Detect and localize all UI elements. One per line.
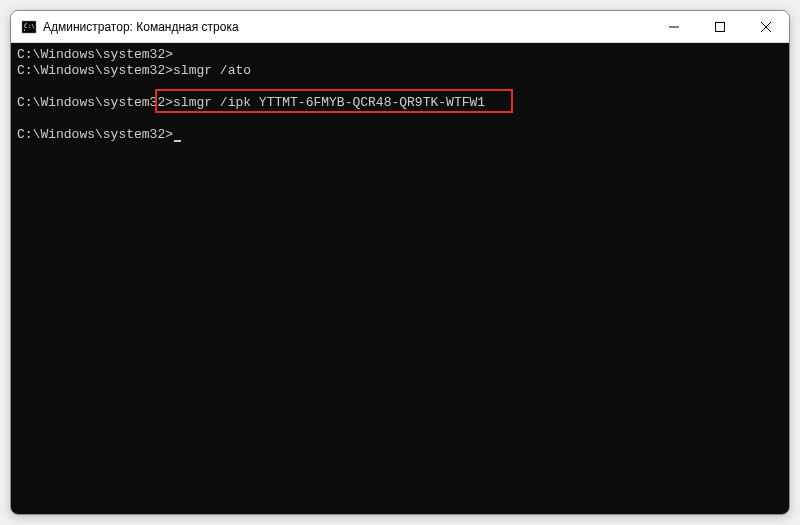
svg-rect-3	[716, 22, 725, 31]
prompt-text: C:\Windows\system32>	[17, 95, 173, 110]
terminal-line: C:\Windows\system32>	[17, 127, 783, 143]
window-controls	[651, 11, 789, 42]
minimize-button[interactable]	[651, 11, 697, 42]
command-prompt-window: C:\ Администратор: Командная строка C:\W…	[10, 10, 790, 515]
terminal-area[interactable]: C:\Windows\system32>C:\Windows\system32>…	[11, 43, 789, 514]
prompt-text: C:\Windows\system32>	[17, 63, 173, 78]
close-button[interactable]	[743, 11, 789, 42]
titlebar[interactable]: C:\ Администратор: Командная строка	[11, 11, 789, 43]
command-text: slmgr /ipk YTTMT-6FMYB-QCR48-QR9TK-WTFW1	[173, 95, 485, 110]
svg-text:C:\: C:\	[24, 22, 35, 29]
command-text: slmgr /ato	[173, 63, 251, 78]
terminal-line: C:\Windows\system32>	[17, 47, 783, 63]
terminal-line: C:\Windows\system32>slmgr /ato	[17, 63, 783, 79]
terminal-line: C:\Windows\system32>slmgr /ipk YTTMT-6FM…	[17, 95, 783, 111]
terminal-line	[17, 111, 783, 127]
cursor-icon	[174, 140, 181, 142]
prompt-text: C:\Windows\system32>	[17, 47, 173, 62]
terminal-line	[17, 79, 783, 95]
app-icon: C:\	[21, 19, 37, 35]
window-title: Администратор: Командная строка	[43, 20, 651, 34]
prompt-text: C:\Windows\system32>	[17, 127, 173, 142]
maximize-button[interactable]	[697, 11, 743, 42]
